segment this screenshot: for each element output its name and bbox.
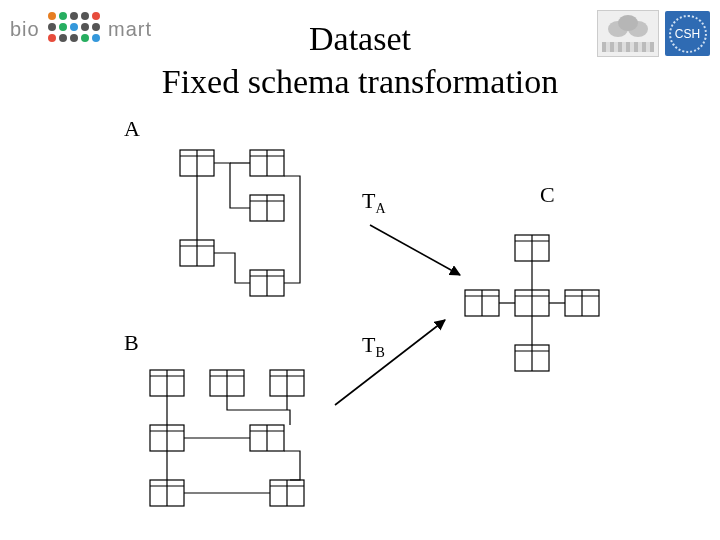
arrow-ta — [370, 225, 460, 275]
table-icon — [515, 345, 549, 371]
slide: bio mart CSH Dataset Fixed schema transf… — [0, 0, 720, 540]
table-icon — [250, 195, 284, 221]
table-icon — [515, 290, 549, 316]
table-icon — [515, 235, 549, 261]
table-icon — [150, 480, 184, 506]
table-icon — [250, 150, 284, 176]
table-icon — [150, 370, 184, 396]
table-icon — [250, 270, 284, 296]
table-icon — [210, 370, 244, 396]
schema-b — [150, 370, 304, 506]
table-icon — [180, 240, 214, 266]
table-icon — [150, 425, 184, 451]
table-icon — [270, 370, 304, 396]
table-icon — [270, 480, 304, 506]
table-icon — [250, 425, 284, 451]
schema-a — [180, 150, 300, 296]
schema-c — [465, 235, 599, 371]
table-icon — [565, 290, 599, 316]
arrow-tb — [335, 320, 445, 405]
table-icon — [465, 290, 499, 316]
table-icon — [180, 150, 214, 176]
diagram-svg — [0, 0, 720, 540]
